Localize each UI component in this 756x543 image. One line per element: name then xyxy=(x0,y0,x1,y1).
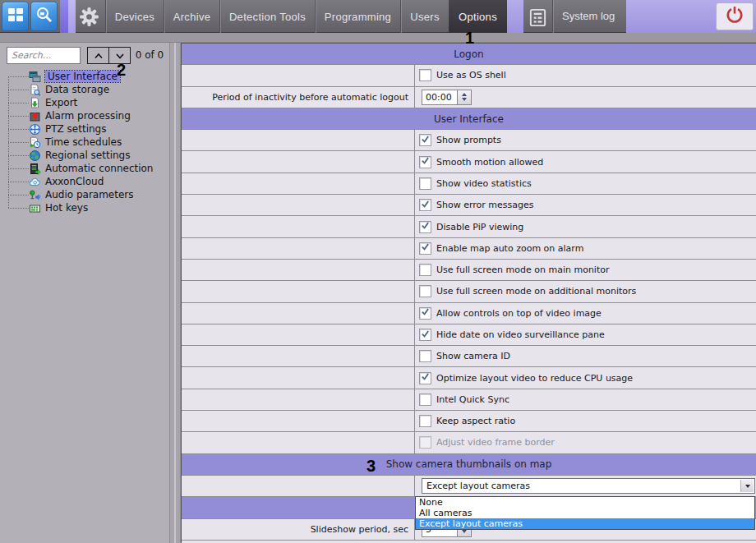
row-value-cell: Disable PiP viewing xyxy=(415,216,756,237)
sidebar-item-label: AxxonCloud xyxy=(45,176,104,187)
power-button[interactable] xyxy=(716,2,754,30)
data-storage-icon xyxy=(29,84,41,96)
spinner-value[interactable]: 00:00 xyxy=(422,90,458,105)
row-label-cell: Slideshow period, sec xyxy=(182,519,415,540)
tab-programming[interactable]: Programming xyxy=(316,0,400,33)
sidebar-item-label: User Interface xyxy=(45,71,120,82)
sidebar-item-automatic-connection[interactable]: Automatic connection xyxy=(0,162,169,175)
search-next-button[interactable] xyxy=(108,47,131,64)
sidebar-item-export[interactable]: Export xyxy=(0,96,169,109)
dropdown-popup-list: NoneAll camerasExcept layout cameras xyxy=(415,496,755,530)
spinner-buttons[interactable] xyxy=(458,90,472,105)
row-value-cell: Enable map auto zoom on alarm xyxy=(415,238,756,259)
section-header-show-camera-thumbnails-on-map: Show camera thumbnails on map xyxy=(182,454,756,476)
checkbox[interactable] xyxy=(419,199,431,211)
checkbox[interactable] xyxy=(419,350,431,362)
sidebar-item-label: Audio parameters xyxy=(45,189,134,200)
checkbox[interactable] xyxy=(419,221,431,233)
sidebar-item-label: Regional settings xyxy=(45,150,130,161)
row-label: Slideshow period, sec xyxy=(311,524,408,535)
layouts-button[interactable] xyxy=(2,2,29,31)
sidebar-item-user-interface[interactable]: User Interface xyxy=(0,70,169,83)
checkbox-label: Keep aspect ratio xyxy=(436,416,515,426)
system-log-button[interactable]: System log xyxy=(562,0,615,33)
sidebar-item-data-storage[interactable]: Data storage xyxy=(0,83,169,96)
dropdown-option-none[interactable]: None xyxy=(416,497,754,508)
settings-row-smooth-motion-allowed: Smooth motion allowed xyxy=(182,151,756,173)
row-value-cell: Allow controls on top of video image xyxy=(415,303,756,324)
checkbox[interactable] xyxy=(419,264,431,276)
row-value-cell: Hide date on video surveillance pane xyxy=(415,324,756,345)
sidebar-item-alarm-processing[interactable]: Alarm processing xyxy=(0,109,169,122)
checkbox[interactable] xyxy=(419,329,431,341)
tab-devices[interactable]: Devices xyxy=(106,0,164,33)
checkbox[interactable] xyxy=(419,242,431,255)
checkbox[interactable] xyxy=(419,285,431,297)
settings-row-show-video-statistics: Show video statistics xyxy=(182,173,756,195)
tab-archive[interactable]: Archive xyxy=(164,0,219,33)
sidebar-item-label: Hot keys xyxy=(45,202,88,214)
power-icon xyxy=(724,4,745,29)
sidebar-item-label: Data storage xyxy=(45,84,109,95)
search-input[interactable] xyxy=(7,47,81,64)
section-header-label: Show camera thumbnails on map xyxy=(386,458,552,470)
checkbox-label: Adjust video frame border xyxy=(436,437,555,448)
sidebar-item-ptz-settings[interactable]: PTZ settings xyxy=(0,122,169,136)
checkbox[interactable] xyxy=(419,415,431,427)
dropdown-option-except-layout-cameras[interactable]: Except layout cameras xyxy=(416,518,754,529)
sidebar-splitter[interactable] xyxy=(169,43,181,543)
checkbox xyxy=(419,436,431,449)
sidebar-item-label: Alarm processing xyxy=(45,110,131,122)
settings-sidebar: 0 of 0 User InterfaceData storageExportA… xyxy=(0,43,169,543)
sidebar-item-regional-settings[interactable]: Regional settings xyxy=(0,149,169,162)
checkbox[interactable] xyxy=(419,69,431,81)
spinner-up-icon xyxy=(462,90,467,96)
thumbnails-mode-select[interactable]: Except layout cameras xyxy=(422,478,755,494)
search-prev-button[interactable] xyxy=(87,47,109,64)
row-label-cell xyxy=(182,65,415,85)
checkbox[interactable] xyxy=(419,307,431,320)
row-label-cell xyxy=(182,346,415,366)
row-label-cell: Period of inactivity before automatic lo… xyxy=(182,87,415,108)
row-label-cell xyxy=(182,238,415,259)
row-value-cell: Use as OS shell xyxy=(415,65,756,85)
sidebar-item-time-schedules[interactable]: Time schedules xyxy=(0,136,169,149)
select-value: Except layout cameras xyxy=(426,481,530,491)
row-label-cell xyxy=(182,476,415,496)
checkbox[interactable] xyxy=(419,393,431,406)
sidebar-item-audio-parameters[interactable]: Audio parameters xyxy=(0,188,169,201)
checkbox[interactable] xyxy=(419,134,431,146)
sidebar-item-hot-keys[interactable]: Hot keys xyxy=(0,201,169,214)
camera-search-button[interactable] xyxy=(30,2,58,31)
row-label-cell xyxy=(182,281,415,301)
settings-row-use-full-screen-mode-on-main-monitor: Use full screen mode on main monitor xyxy=(182,260,756,281)
checkbox-label: Show video statistics xyxy=(436,178,532,189)
checkbox[interactable] xyxy=(419,372,431,384)
settings-table: LogonUse as OS shellPeriod of inactivity… xyxy=(181,43,756,543)
settings-row-show-camera-id: Show camera ID xyxy=(182,346,756,367)
row-value-cell: Intel Quick Sync xyxy=(415,389,756,410)
document-log-icon[interactable] xyxy=(527,7,548,28)
axxoncloud-icon xyxy=(29,176,41,188)
checkbox[interactable] xyxy=(419,177,431,190)
checkbox-label: Disable PiP viewing xyxy=(436,222,523,232)
tree-stub-line xyxy=(8,76,29,77)
checkbox-label: Show prompts xyxy=(436,135,501,145)
tab-users[interactable]: Users xyxy=(401,0,449,33)
checkbox[interactable] xyxy=(419,156,431,168)
tree-stub-line xyxy=(8,129,29,130)
sidebar-item-axxoncloud[interactable]: AxxonCloud xyxy=(0,175,169,188)
tab-options[interactable]: Options xyxy=(449,0,507,33)
time-schedules-icon xyxy=(29,136,41,149)
checkbox-label: Optimize layout video to reduce CPU usag… xyxy=(436,373,633,384)
top-toolbar: DevicesArchiveDetection ToolsProgramming… xyxy=(0,0,756,33)
tree-stub-line xyxy=(8,90,29,90)
settings-row-show-prompts: Show prompts xyxy=(182,130,756,151)
checkbox-label: Show camera ID xyxy=(436,351,510,361)
tab-detection-tools[interactable]: Detection Tools xyxy=(220,0,315,33)
gear-icon[interactable] xyxy=(77,6,100,27)
dropdown-option-all-cameras[interactable]: All cameras xyxy=(416,508,754,518)
section-header-label: Logon xyxy=(454,48,483,60)
settings-row-optimize-layout-video-to-reduce-cpu-usage: Optimize layout video to reduce CPU usag… xyxy=(182,367,756,389)
checkmark-icon xyxy=(421,200,430,211)
